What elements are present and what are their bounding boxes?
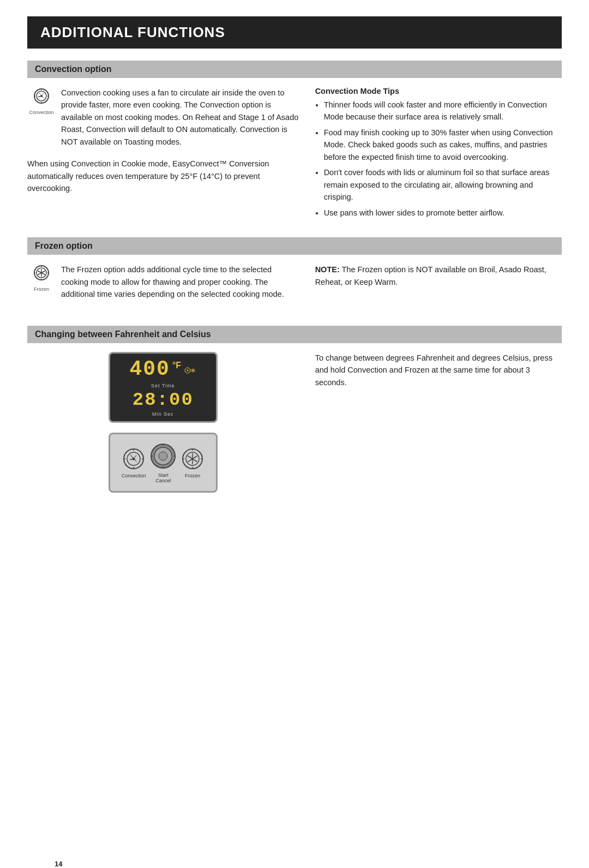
control-convection-icon [122, 447, 146, 471]
control-frozen-icon [181, 447, 205, 471]
convection-body1: Convection cooking uses a fan to circula… [61, 87, 299, 148]
controls-panel: Convection [109, 433, 218, 493]
tip-3: Don't cover foods with lids or aluminum … [324, 166, 562, 203]
fahrenheit-section: Changing between Fahrenheit and Celsius … [27, 326, 562, 504]
convection-knob-icon [31, 87, 52, 109]
display-panel: 400 °F [109, 352, 218, 423]
display-min-sec-label: Min Sec [152, 411, 174, 417]
fahrenheit-left: 400 °F [27, 352, 299, 504]
display-time: 28:00 [133, 390, 194, 410]
frozen-note: NOTE: The Frozen option is NOT available… [315, 264, 562, 288]
page-title: ADDITIONAL FUNCTIONS [40, 24, 549, 41]
convection-section-header: Convection option [27, 61, 562, 78]
display-temp-unit: °F [172, 361, 181, 370]
fahrenheit-right: To change between degrees Fahrenheit and… [315, 352, 562, 504]
display-container: 400 °F [27, 352, 299, 493]
convection-icon-box: Convection [27, 87, 56, 152]
control-start-icon [149, 442, 177, 470]
convection-tips-title: Convection Mode Tips [315, 87, 562, 95]
frozen-icon-label: Frozen [34, 286, 49, 292]
control-convection-label: Convection [122, 473, 146, 478]
frozen-icon-box: Frozen [27, 264, 56, 304]
frozen-left: Frozen The Frozen option adds additional… [27, 264, 299, 310]
convection-icon-label: Convection [29, 110, 53, 115]
convection-left: Convection Convection cooking uses a fan… [27, 87, 299, 222]
convection-section: Convection option [27, 61, 562, 222]
svg-point-30 [159, 452, 167, 460]
fahrenheit-section-header: Changing between Fahrenheit and Celsius [27, 326, 562, 343]
convection-two-col: Convection Convection cooking uses a fan… [27, 87, 562, 222]
display-top-row: 400 °F [130, 357, 197, 381]
svg-point-23 [133, 457, 135, 460]
display-bottom: Set Time 28:00 Min Sec [133, 383, 194, 417]
control-convection: Convection [122, 447, 146, 478]
display-set-time-label: Set Time [151, 383, 175, 388]
frozen-section: Frozen option [27, 237, 562, 310]
page-header: ADDITIONAL FUNCTIONS [27, 16, 562, 49]
frozen-note-bold: NOTE: [315, 265, 340, 274]
display-temp: 400 [130, 357, 170, 381]
convection-tips-list: Thinner foods will cook faster and more … [315, 99, 562, 219]
fahrenheit-two-col: 400 °F [27, 352, 562, 504]
frozen-icon-row: Frozen The Frozen option adds additional… [27, 264, 299, 304]
frozen-knob-icon [31, 264, 52, 285]
convection-right: Convection Mode Tips Thinner foods will … [315, 87, 562, 222]
control-frozen: Frozen [181, 447, 205, 478]
page-wrapper: ADDITIONAL FUNCTIONS Convection option [27, 16, 562, 868]
frozen-note-text: The Frozen option is NOT available on Br… [315, 265, 546, 286]
tip-1: Thinner foods will cook faster and more … [324, 99, 562, 123]
convection-body2: When using Convection in Cookie mode, Ea… [27, 158, 299, 194]
svg-point-2 [40, 95, 43, 97]
svg-point-17 [187, 369, 188, 370]
display-small-icons [184, 366, 196, 375]
convection-icon-row: Convection Convection cooking uses a fan… [27, 87, 299, 152]
frozen-right: NOTE: The Frozen option is NOT available… [315, 264, 562, 310]
frozen-section-header: Frozen option [27, 237, 562, 255]
frozen-two-col: Frozen The Frozen option adds additional… [27, 264, 562, 310]
tip-2: Food may finish cooking up to 30% faster… [324, 127, 562, 163]
control-frozen-label: Frozen [185, 473, 200, 478]
frozen-body: The Frozen option adds additional cycle … [61, 264, 299, 300]
control-start-label: Start Cancel [155, 472, 171, 483]
control-start: Start Cancel [149, 442, 177, 483]
fahrenheit-body: To change between degrees Fahrenheit and… [315, 352, 562, 388]
tip-4: Use pans with lower sides to promote bet… [324, 207, 562, 219]
page-number: 14 [55, 860, 62, 868]
